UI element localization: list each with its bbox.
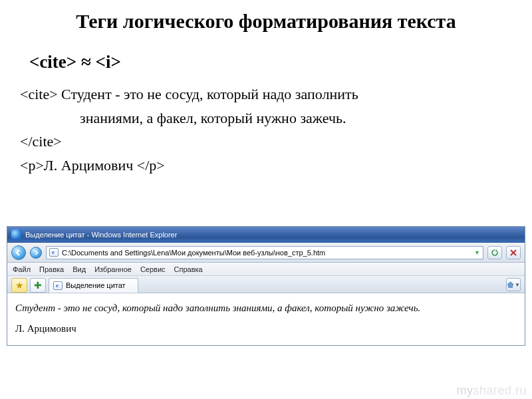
chevron-down-icon[interactable]: ▼ xyxy=(474,249,480,256)
menu-help[interactable]: Справка xyxy=(174,265,203,273)
address-text: C:\Documents and Settings\Lena\Мои докум… xyxy=(62,249,471,257)
add-favorite-button[interactable]: ✚ xyxy=(30,278,46,293)
close-icon xyxy=(510,249,517,256)
menu-favorites[interactable]: Избранное xyxy=(94,265,132,273)
arrow-left-icon xyxy=(15,249,22,256)
slide-subtitle: <cite> ≈ <i> xyxy=(0,37,532,72)
menubar: Файл Правка Вид Избранное Сервис Справка xyxy=(7,263,525,276)
tag-cite-close: </cite> xyxy=(20,132,512,152)
tag-p-close: </p> xyxy=(137,157,165,174)
code-example: <cite> Студент - это не сосуд, который н… xyxy=(0,72,532,176)
tag-cite-open: <cite> xyxy=(20,86,58,102)
tabbar: ★ ✚ Выделение цитат ▼ xyxy=(7,276,525,293)
menu-view[interactable]: Вид xyxy=(72,265,86,273)
address-toolbar: C:\Documents and Settings\Lena\Мои докум… xyxy=(7,243,525,263)
code-text-2: знаниями, а факел, который нужно зажечь. xyxy=(20,108,512,128)
stop-button[interactable] xyxy=(506,246,521,259)
favorites-star-button[interactable]: ★ xyxy=(11,278,27,293)
menu-file[interactable]: Файл xyxy=(13,265,31,273)
home-button[interactable]: ▼ xyxy=(506,278,521,291)
watermark-right: shared.ru xyxy=(473,384,527,397)
page-icon xyxy=(53,281,63,290)
refresh-icon xyxy=(491,249,499,257)
home-icon xyxy=(507,281,514,289)
page-icon xyxy=(49,248,59,257)
address-field[interactable]: C:\Documents and Settings\Lena\Мои докум… xyxy=(46,246,483,259)
star-plus-icon: ✚ xyxy=(34,280,42,291)
tab-label: Выделение цитат xyxy=(66,281,126,289)
titlebar: Выделение цитат - Windows Internet Explo… xyxy=(7,227,525,243)
code-text-1: Студент - это не сосуд, который надо зап… xyxy=(58,86,358,102)
ie-icon xyxy=(11,229,21,239)
refresh-button[interactable] xyxy=(487,246,502,259)
window-title: Выделение цитат - Windows Internet Explo… xyxy=(25,231,177,239)
rendered-author: Л. Арцимович xyxy=(15,322,517,336)
back-button[interactable] xyxy=(11,245,26,260)
watermark-left: my xyxy=(456,384,473,397)
page-content: Студент - это не сосуд, который надо зап… xyxy=(7,293,525,345)
menu-tools[interactable]: Сервис xyxy=(140,265,166,273)
slide-title: Теги логического форматирования текста xyxy=(0,0,532,37)
forward-button[interactable] xyxy=(30,247,42,259)
code-author: Л. Арцимович xyxy=(44,157,137,174)
tag-p-open: <p> xyxy=(20,157,44,174)
watermark: myshared.ru xyxy=(456,384,527,398)
menu-edit[interactable]: Правка xyxy=(39,265,64,273)
rendered-cite-text: Студент - это не сосуд, который надо зап… xyxy=(15,301,517,315)
chevron-down-icon: ▼ xyxy=(515,282,520,288)
star-icon: ★ xyxy=(15,280,24,291)
tab-active[interactable]: Выделение цитат xyxy=(49,278,138,293)
arrow-right-icon xyxy=(33,250,39,255)
browser-window: Выделение цитат - Windows Internet Explo… xyxy=(7,226,525,346)
